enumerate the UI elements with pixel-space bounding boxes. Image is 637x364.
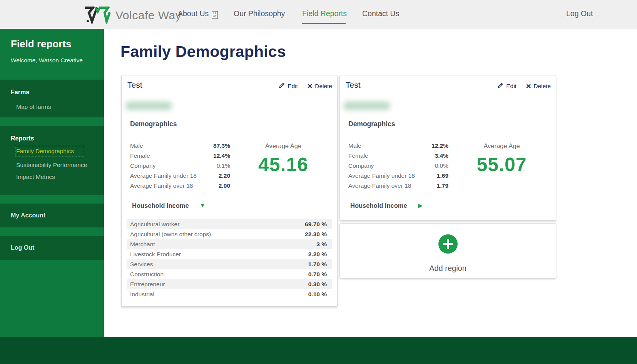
income-label: Industrial [130,291,154,298]
region-card-2: Test Edit ✕ Delete Demographics [339,75,556,220]
stat-value: 3.4% [435,152,448,159]
nav-logout-link[interactable]: Log Out [566,9,593,18]
nav-item-contact-us[interactable]: Contact Us [362,9,399,18]
edit-button[interactable]: Edit [278,82,298,90]
average-age-label: Average Age [448,142,555,150]
stat-label: Average Family over 18 [130,182,193,189]
demographics-heading: Demographics [130,120,177,128]
sidebar-divider [0,227,104,236]
footer-brand-heading: VOLCAFE WAY [84,361,172,364]
income-label: Services [130,261,153,268]
stat-label: Male [348,142,361,149]
stat-row: Male 12.2% [348,141,448,151]
household-income-label: Household income [350,202,407,209]
average-age-block: Average Age 45.16 [230,142,336,176]
stat-label: Average Family under 18 [130,172,197,179]
average-age-value: 45.16 [230,154,336,176]
income-row: Construction 0.70 % [127,269,332,279]
income-row: Agricultural (owns other crops) 22.30 % [127,229,332,239]
plus-circle-icon [438,234,458,254]
demographics-stats: Male 87.3% Female 12.4% Company 0.1% Ave… [130,141,230,191]
footer-offices-heading: OFFICES [274,361,327,364]
brand[interactable]: Volcafe Way [84,5,181,26]
stat-value: 12.4% [213,152,230,159]
top-nav: Volcafe Way About UsF107 Our Philosophy … [0,0,637,29]
stat-value: 1.69 [437,172,448,179]
income-value: 22.30 % [305,231,327,238]
income-label: Agricultural worker [130,221,179,228]
income-label: Merchant [130,241,155,248]
stat-row: Male 87.3% [130,141,230,151]
sidebar-my-account-label: My Account [11,212,45,219]
stat-row: Average Family under 18 2.20 [130,171,230,181]
household-income-table: Agricultural worker 69.70 % Agricultural… [127,219,332,299]
stat-row: Company 0.1% [130,161,230,171]
income-row: Merchant 3 % [127,239,332,249]
income-row: Services 1.70 % [127,259,332,269]
household-income-toggle[interactable]: Household income ▶ [350,202,422,209]
sidebar-section-farms: Farms Map of farms [0,80,104,117]
stat-value: 1.79 [437,182,448,189]
sidebar-item-map-of-farms[interactable]: Map of farms [11,104,93,110]
income-value: 0.30 % [308,281,327,288]
delete-label: Delete [533,83,551,90]
income-label: Construction [130,271,164,278]
stat-row: Average Family under 18 1.69 [348,171,448,181]
x-icon: ✕ [307,83,313,90]
average-age-label: Average Age [230,142,336,150]
stat-value: 12.2% [431,142,448,149]
income-label: Livestock Producer [130,251,181,258]
stat-value: 2.20 [219,172,230,179]
sidebar-farms-label: Farms [11,89,93,96]
income-value: 69.70 % [305,221,327,228]
app-root: Volcafe Way About UsF107 Our Philosophy … [0,0,637,364]
sidebar-item-log-out[interactable]: Log Out [0,236,104,260]
stat-label: Female [130,152,150,159]
pencil-icon [497,82,504,90]
sidebar-item-my-account[interactable]: My Account [0,204,104,227]
edit-label: Edit [506,83,517,90]
page-footer: VOLCAFE WAY OFFICES [0,337,637,364]
sidebar-welcome-text: Welcome, Watson Creative [11,57,93,64]
pencil-icon [278,82,285,90]
income-value: 3 % [316,241,327,248]
stat-label: Male [130,142,143,149]
income-row: Industrial 0.10 % [127,289,332,299]
demographics-heading: Demographics [348,120,395,128]
stat-label: Company [348,162,374,169]
income-value: 0.10 % [308,291,327,298]
volcafe-logo-icon [84,5,112,26]
delete-button[interactable]: ✕ Delete [307,82,332,90]
x-icon: ✕ [526,83,531,90]
sidebar-item-sustainability-performance[interactable]: Sustainability Performance [11,162,93,169]
region-card-title: Test [346,80,361,90]
income-row: Agricultural worker 69.70 % [127,219,332,229]
stat-row: Company 0.0% [348,161,448,171]
nav-item-field-reports[interactable]: Field Reports [302,9,347,18]
stat-row: Average Family over 18 1.79 [348,181,448,191]
sidebar-log-out-label: Log Out [11,244,34,251]
stat-label: Company [130,162,155,169]
stat-row: Female 3.4% [348,151,448,161]
region-card-title: Test [127,80,142,90]
stat-value: 0.1% [217,162,230,169]
delete-button[interactable]: ✕ Delete [526,82,551,90]
sidebar-divider [0,195,104,204]
stat-value: 87.3% [213,142,230,149]
sidebar: Field reports Welcome, Watson Creative F… [0,29,104,337]
stat-value: 2.00 [219,182,230,189]
region-card-1: Test Edit ✕ Delete Demographics [121,75,338,307]
nav-item-our-philosophy[interactable]: Our Philosophy [234,9,285,18]
income-value: 1.70 % [308,261,327,268]
stat-label: Female [348,152,368,159]
sidebar-item-family-demographics[interactable]: Family Demographics [15,146,84,157]
add-region-card[interactable]: Add region [339,223,556,278]
brand-name: Volcafe Way [115,9,181,22]
sidebar-item-impact-metrics[interactable]: Impact Metrics [11,174,93,180]
household-income-toggle[interactable]: Household income ▼ [132,202,205,209]
income-value: 0.70 % [308,271,327,278]
page-title: Family Demographics [120,43,286,61]
nav-item-about-us[interactable]: About UsF107 [178,9,218,19]
edit-button[interactable]: Edit [497,82,517,90]
sidebar-title: Field reports [11,38,93,50]
